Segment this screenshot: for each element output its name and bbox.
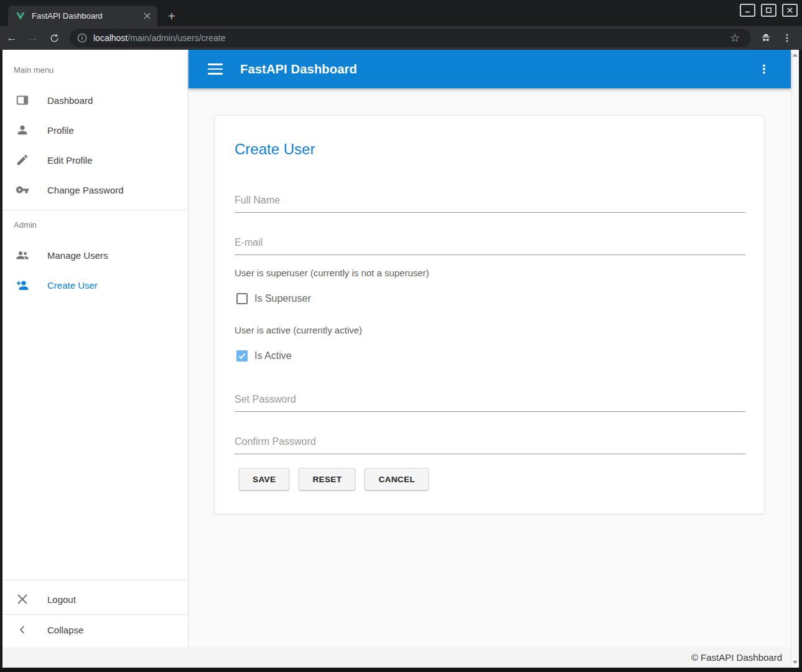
dashboard-icon — [15, 93, 30, 108]
hamburger-menu-icon[interactable] — [208, 63, 223, 75]
person-icon — [15, 123, 30, 138]
window-maximize-button[interactable] — [761, 4, 776, 17]
page-scrollbar[interactable] — [791, 50, 799, 668]
browser-tab-strip: FastAPI Dashboard + — [0, 0, 802, 26]
incognito-icon — [757, 29, 775, 47]
checkbox-box[interactable] — [236, 293, 248, 304]
person-add-icon — [15, 278, 30, 292]
forward-button[interactable]: → — [24, 29, 42, 47]
window-close-button[interactable] — [782, 4, 798, 17]
bookmark-star-icon[interactable]: ☆ — [726, 29, 744, 47]
app-menu-kebab-icon[interactable] — [755, 60, 773, 78]
sidebar-item-dashboard[interactable]: Dashboard — [2, 85, 188, 115]
pencil-icon — [15, 152, 30, 167]
sidebar-item-profile[interactable]: Profile — [2, 115, 188, 145]
window-border-left — [0, 50, 2, 672]
new-tab-button[interactable]: + — [163, 7, 180, 25]
sidebar-item-collapse[interactable]: Collapse — [2, 615, 188, 645]
full-name-field-wrap — [235, 195, 745, 213]
vue-favicon-icon — [16, 11, 26, 21]
scroll-down-arrow-icon[interactable] — [793, 661, 798, 664]
window-minimize-button[interactable] — [740, 4, 755, 17]
key-icon — [15, 182, 30, 197]
back-button[interactable]: ← — [2, 29, 21, 47]
create-user-card: Create User User is superuser (currently… — [214, 115, 765, 514]
confirm-password-input[interactable] — [235, 436, 745, 454]
cancel-button[interactable]: CANCEL — [365, 468, 429, 490]
superuser-hint: User is superuser (currently is not a su… — [235, 268, 429, 278]
address-bar[interactable]: localhost/main/admin/users/create ☆ — [70, 29, 751, 47]
sidebar-item-edit-profile[interactable]: Edit Profile — [2, 145, 188, 175]
browser-toolbar: ← → localhost/main/admin/users/create ☆ — [0, 26, 802, 50]
is-superuser-checkbox[interactable]: Is Superuser — [236, 293, 311, 304]
sidebar-item-create-user[interactable]: Create User — [2, 270, 188, 300]
reset-button[interactable]: RESET — [299, 468, 355, 490]
scroll-up-arrow-icon[interactable] — [793, 54, 798, 57]
site-info-icon[interactable] — [77, 33, 87, 43]
form-title: Create User — [235, 141, 315, 158]
chevron-left-icon — [15, 622, 30, 637]
tab-title: FastAPI Dashboard — [32, 11, 141, 21]
save-button[interactable]: SAVE — [239, 468, 289, 490]
browser-menu-icon[interactable] — [778, 29, 796, 47]
sidebar-item-change-password[interactable]: Change Password — [2, 175, 188, 205]
set-password-field-wrap — [235, 394, 745, 412]
sidebar-section-main-menu: Main menu — [14, 65, 54, 75]
people-icon — [15, 248, 30, 263]
sidebar-divider — [2, 210, 188, 210]
copyright-text: © FastAPI Dashboard — [691, 652, 782, 663]
is-active-checkbox[interactable]: Is Active — [236, 350, 292, 362]
window-border-right — [799, 50, 802, 672]
tab-close-icon[interactable] — [141, 11, 152, 22]
set-password-input[interactable] — [235, 394, 745, 412]
confirm-password-field-wrap — [235, 436, 745, 454]
full-name-input[interactable] — [235, 195, 745, 213]
app-title: FastAPI Dashboard — [240, 62, 357, 77]
logout-x-icon — [15, 592, 30, 607]
app-footer: © FastAPI Dashboard — [2, 647, 791, 668]
app-header: FastAPI Dashboard — [189, 50, 791, 88]
window-border-bottom — [0, 668, 802, 672]
form-buttons: SAVE RESET CANCEL — [239, 468, 429, 490]
email-field-wrap — [235, 237, 745, 255]
sidebar: Main menu Dashboard Profile Edit Profile… — [2, 50, 189, 647]
window-controls — [740, 4, 798, 17]
active-hint: User is active (currently active) — [235, 325, 362, 335]
sidebar-section-admin: Admin — [14, 220, 37, 230]
reload-button[interactable] — [45, 29, 63, 47]
url-text: localhost/main/admin/users/create — [93, 33, 225, 43]
check-icon — [238, 352, 246, 360]
email-input[interactable] — [235, 237, 745, 255]
sidebar-item-logout[interactable]: Logout — [2, 584, 188, 614]
browser-tab[interactable]: FastAPI Dashboard — [8, 6, 157, 26]
page-viewport: Main menu Dashboard Profile Edit Profile… — [2, 50, 799, 668]
sidebar-item-manage-users[interactable]: Manage Users — [2, 240, 188, 270]
sidebar-divider — [2, 580, 188, 581]
checkbox-box[interactable] — [236, 350, 248, 362]
